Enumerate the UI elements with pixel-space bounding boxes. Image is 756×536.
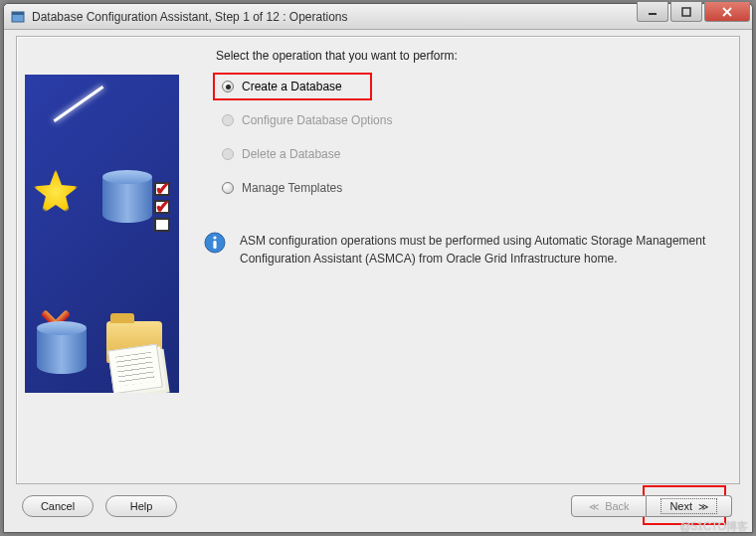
svg-point-7 <box>213 236 216 239</box>
papers-icon <box>107 344 163 393</box>
database-icon <box>102 170 152 226</box>
cancel-button[interactable]: Cancel <box>22 495 94 517</box>
button-label: Back <box>605 500 629 512</box>
radio-label: Create a Database <box>242 80 342 93</box>
window-title: Database Configuration Assistant, Step 1… <box>32 10 348 24</box>
minimize-button[interactable] <box>637 2 668 22</box>
main-area: Select the operation that you want to pe… <box>196 49 727 471</box>
radio-manage-templates[interactable]: Manage Templates <box>216 178 727 198</box>
button-label: Help <box>130 500 153 512</box>
radio-icon <box>222 148 234 160</box>
maximize-button[interactable] <box>670 2 702 22</box>
help-button[interactable]: Help <box>105 495 177 517</box>
info-message: ASM configuration operations must be per… <box>204 232 727 268</box>
button-label: Cancel <box>41 500 75 512</box>
radio-label: Manage Templates <box>242 181 342 195</box>
wand-icon <box>54 86 104 122</box>
radio-icon <box>222 114 234 126</box>
info-icon <box>204 232 226 254</box>
radio-create-database[interactable]: Create a Database <box>216 77 727 96</box>
watermark: @51CTO博客 <box>680 519 748 534</box>
title-bar[interactable]: Database Configuration Assistant, Step 1… <box>4 4 752 30</box>
radio-icon <box>222 182 234 194</box>
svg-rect-1 <box>12 12 24 15</box>
checklist-icon <box>154 182 170 232</box>
back-button[interactable]: Back <box>571 495 647 517</box>
radio-configure-options[interactable]: Configure Database Options <box>216 110 727 130</box>
window-controls <box>637 2 752 22</box>
close-button[interactable] <box>704 2 750 22</box>
operation-prompt: Select the operation that you want to pe… <box>216 49 727 63</box>
app-window: Database Configuration Assistant, Step 1… <box>3 3 753 533</box>
wizard-sidebar-image <box>25 75 179 393</box>
info-text: ASM configuration operations must be per… <box>240 232 727 268</box>
chevron-right-icon <box>692 500 708 512</box>
button-label: Next <box>669 500 692 512</box>
app-icon <box>10 9 26 25</box>
content-panel: Select the operation that you want to pe… <box>16 36 740 484</box>
database-icon <box>37 321 87 377</box>
next-button[interactable]: Next <box>647 495 732 517</box>
radio-label: Delete a Database <box>242 147 340 161</box>
radio-icon <box>222 81 234 92</box>
wizard-footer: Cancel Help Back Next <box>16 490 740 522</box>
svg-rect-3 <box>682 8 690 16</box>
svg-rect-8 <box>213 241 216 249</box>
radio-label: Configure Database Options <box>242 113 392 127</box>
star-icon <box>33 169 79 215</box>
radio-delete-database[interactable]: Delete a Database <box>216 144 727 164</box>
chevron-left-icon <box>589 500 605 512</box>
